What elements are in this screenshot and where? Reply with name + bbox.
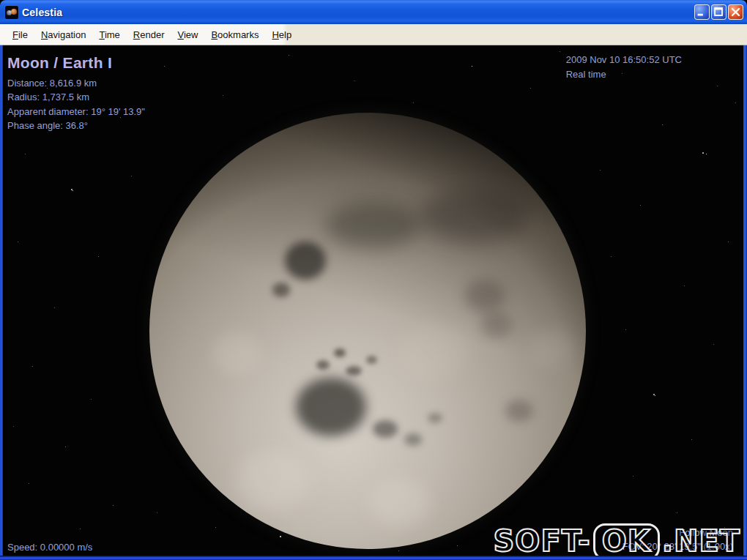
minimize-button[interactable] [694, 4, 710, 20]
bright-patch [369, 479, 431, 527]
menu-view[interactable]: View [171, 26, 204, 43]
bright-patch [212, 332, 261, 375]
menu-bar: File Navigation Time Render View Bookmar… [0, 24, 747, 45]
moon-render[interactable] [149, 113, 586, 549]
maximize-button[interactable] [711, 4, 726, 20]
window-border-right [743, 24, 747, 560]
window-title: Celestia [22, 7, 694, 18]
mare-spot [316, 360, 330, 370]
selected-object-name: Moon / Earth I [7, 51, 145, 75]
datetime-readout: 2009 Nov 10 16:50:52 UTC [566, 53, 682, 67]
mare-spot [272, 283, 290, 297]
close-button[interactable] [728, 4, 743, 20]
menu-time[interactable]: Time [92, 26, 126, 43]
radius-readout: Radius: 1,737.5 km [7, 90, 145, 105]
bright-patch [530, 329, 573, 366]
phase-angle-readout: Phase angle: 36.8° [7, 119, 145, 133]
celestia-window: Celestia File Navigation Time [0, 0, 747, 560]
menu-navigation[interactable]: Navigation [34, 26, 92, 43]
window-controls [694, 4, 743, 20]
mare-spot [404, 433, 422, 446]
maximize-icon [712, 5, 726, 19]
mare-spot [428, 413, 442, 423]
mare-blotch [296, 378, 366, 436]
mare-faint [480, 312, 513, 338]
close-icon [729, 5, 743, 19]
time-mode-readout: Real time [566, 67, 682, 82]
north-dark-band [419, 189, 529, 243]
bright-patch [400, 326, 467, 378]
mare-spot [285, 242, 326, 280]
mare-faint [464, 280, 505, 312]
minimize-icon [695, 5, 709, 19]
mare-spot [346, 366, 362, 376]
window-border-bottom [0, 556, 747, 560]
menu-file[interactable]: File [6, 26, 34, 43]
mare-spot [366, 356, 377, 364]
planet-icon [11, 9, 17, 15]
selection-info-overlay: Moon / Earth I Distance: 8,616.9 km Radi… [7, 51, 145, 133]
time-overlay: 2009 Nov 10 16:50:52 UTC Real time [566, 53, 682, 81]
mare-faint [505, 400, 533, 422]
titlebar[interactable]: Celestia [0, 0, 747, 24]
celestia-app-icon [5, 6, 18, 19]
speed-readout: Speed: 0.00000 m/s [7, 540, 92, 555]
soft-ok-watermark: SOFT-OK.NET [494, 523, 740, 556]
ok-badge: OK [593, 523, 660, 556]
menu-bookmarks[interactable]: Bookmarks [204, 26, 265, 43]
bright-patch [236, 451, 309, 511]
distance-readout: Distance: 8,616.9 km [7, 76, 145, 91]
mare-spot [334, 348, 346, 357]
menu-help[interactable]: Help [265, 26, 298, 43]
menu-render[interactable]: Render [127, 26, 171, 43]
north-dark-band [325, 202, 420, 249]
mare-spot [373, 420, 398, 438]
apparent-diameter-readout: Apparent diameter: 19° 19' 13.9" [7, 105, 145, 119]
space-viewport[interactable]: Moon / Earth I Distance: 8,616.9 km Radi… [3, 45, 743, 556]
window-border-left [0, 24, 3, 560]
